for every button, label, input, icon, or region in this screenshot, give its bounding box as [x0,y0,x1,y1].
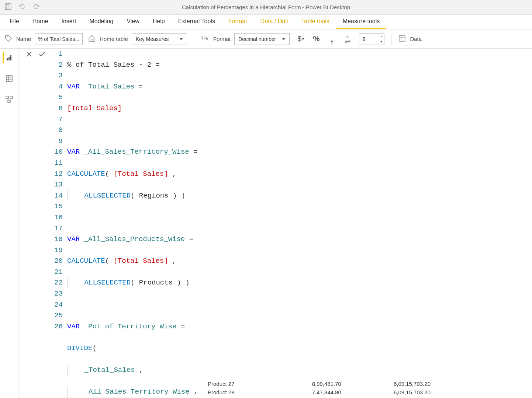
svg-point-3 [7,36,8,38]
tab-file[interactable]: File [3,15,26,29]
svg-rect-20 [8,100,10,102]
redo-icon[interactable] [32,3,40,11]
ribbon-tabs: File Home Insert Modeling View Help Exte… [0,15,532,29]
svg-rect-2 [6,7,10,9]
percent-button[interactable]: % [310,33,322,45]
measure-toolbar: Name % of Total Sales... Home table Key … [0,29,532,49]
report-view-button[interactable] [3,52,14,63]
undo-icon[interactable] [18,3,26,11]
svg-rect-1 [6,4,9,6]
table-row[interactable]: Product 28 7,47,344.80 6,09,15,703.20 [201,388,437,397]
svg-rect-12 [8,57,10,60]
decimal-places-icon[interactable]: .00.0 [341,33,355,45]
tab-data-drill[interactable]: Data / Drill [254,15,295,29]
view-rail [0,49,18,398]
svg-rect-14 [6,76,12,81]
formula-bar: 1234567891011121314151617181920212223242… [18,49,532,398]
tab-home[interactable]: Home [26,15,55,29]
svg-text:.0: .0 [345,40,348,43]
svg-rect-0 [5,4,11,10]
format-icon: $% [201,34,210,43]
svg-rect-18 [6,96,8,98]
name-input[interactable]: % of Total Sales... [35,33,83,45]
data-category-icon [398,34,406,43]
svg-rect-11 [7,58,8,60]
commit-formula-button[interactable] [38,51,46,59]
spinner-up[interactable]: ▲ [378,34,384,39]
svg-text:.00: .00 [345,35,349,39]
tab-insert[interactable]: Insert [55,15,83,29]
toolbar-separator [194,33,194,45]
svg-rect-8 [399,35,405,41]
home-table-value: Key Measures [136,36,169,42]
home-table-select[interactable]: Key Measures [132,33,187,45]
tab-measure-tools[interactable]: Measure tools [336,15,387,29]
home-table-label: Home table [100,36,128,42]
dax-code[interactable]: % of Total Sales - 2 = VAR _Total_Sales … [66,49,198,398]
cell-product: Product 28 [201,388,272,397]
table-row[interactable]: Product 27 8,99,481.70 6,09,15,703.20 [201,380,437,388]
tab-format[interactable]: Format [222,15,254,29]
decimal-places-input[interactable] [359,34,378,45]
home-icon [88,34,96,43]
data-category-label: Data [410,36,422,42]
model-view-button[interactable] [4,94,15,105]
dax-editor[interactable]: 1234567891011121314151617181920212223242… [53,49,532,398]
cell-value: 6,09,15,703.20 [348,380,437,388]
tag-icon [4,34,13,43]
tab-external-tools[interactable]: External Tools [172,15,222,29]
tab-help[interactable]: Help [146,15,172,29]
toolbar-separator [391,33,391,45]
svg-line-21 [7,98,9,100]
cancel-formula-button[interactable] [26,51,32,59]
cell-value: 7,47,344.80 [272,388,348,397]
currency-button[interactable]: $▾ [295,33,307,45]
svg-rect-13 [10,55,11,60]
cell-value: 8,99,481.70 [272,380,348,388]
cell-product: Product 27 [201,380,272,388]
data-view-button[interactable] [4,73,15,84]
svg-rect-19 [10,96,13,98]
format-select[interactable]: Decimal number [234,33,290,45]
decimal-places-spinner[interactable]: ▲ ▼ [359,33,384,45]
format-value: Decimal number [238,36,276,42]
spinner-down[interactable]: ▼ [378,39,384,45]
line-gutter: 1234567891011121314151617181920212223242… [53,49,66,398]
format-label: Format [213,36,231,42]
name-input-text: % of Total Sales... [38,36,79,42]
tab-view[interactable]: View [120,15,146,29]
svg-rect-4 [91,39,93,41]
tab-table-tools[interactable]: Table tools [294,15,336,29]
title-bar: Calculation of Percentages in a Hierarch… [0,0,532,15]
data-table-peek: Product 27 8,99,481.70 6,09,15,703.20 Pr… [201,380,532,398]
window-title: Calculation of Percentages in a Hierarch… [182,4,350,10]
tab-modeling[interactable]: Modeling [83,15,120,29]
name-label: Name [16,36,31,42]
svg-text:$%: $% [201,35,208,41]
save-icon[interactable] [4,3,12,11]
cell-value: 6,09,15,703.20 [348,388,437,397]
svg-line-22 [10,98,11,100]
thousands-separator-button[interactable]: , [326,33,338,45]
